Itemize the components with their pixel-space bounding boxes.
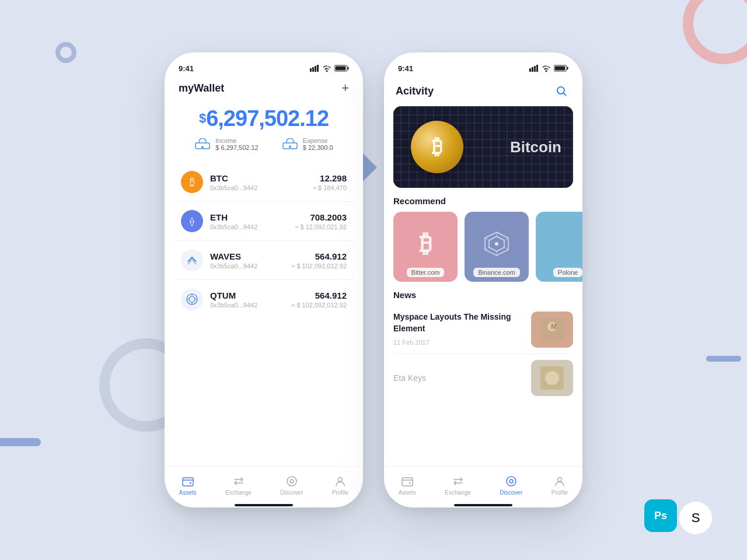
expense-stat: Expense $ 22,300.0 [282,137,333,151]
svg-rect-15 [183,478,193,486]
status-time-2: 9:41 [398,64,413,73]
list-item[interactable]: ₿ BTC 0x3b5ca0...9442 12.298 ≈ $ 184,470 [174,163,354,202]
svg-rect-23 [536,65,538,72]
waves-icon [181,249,203,271]
phone-wallet: 9:41 myWall [165,52,363,508]
ps-icon: Ps [644,499,677,532]
btc-values: 12.298 ≈ $ 184,470 [313,173,347,191]
list-item[interactable]: Eta Keys [393,354,573,402]
qtum-amount: 564.912 [291,290,347,300]
svg-line-36 [485,238,489,240]
nav-discover-2[interactable]: Discover [493,473,529,498]
profile-icon-1 [334,475,347,488]
news-thumb-1: M [531,312,573,348]
polone-label: Polone [553,268,582,277]
currency-symbol: $ [199,111,206,125]
btc-name: BTC [210,173,306,183]
bottom-nav-2: Assets Exchange [384,466,582,502]
nav-assets-label-1: Assets [179,489,197,496]
eth-addr: 0x3b5ca0...9442 [210,223,288,230]
list-item[interactable]: WAVES 0x3b5ca0...9442 564.912 ≈ $ 102,09… [174,241,354,280]
sketch-icon: S [679,502,712,534]
news-item2-info: Eta Keys [393,373,524,383]
bg-rect-2 [706,356,741,362]
list-item[interactable]: Myspace Layouts The Missing Element 11 F… [393,306,573,354]
balance-section: $6,297,502.12 Income $ [165,99,363,160]
news-section: Myspace Layouts The Missing Element 11 F… [384,306,582,466]
list-item[interactable]: ⟠ ETH 0x3b5ca0...9442 708.2003 ≈ $ 12,09… [174,202,354,241]
nav-profile-1[interactable]: Profile [325,473,355,498]
waves-values: 564.912 ≈ $ 102,092,012.92 [291,251,347,270]
waves-name: WAVES [210,251,284,261]
news-thumb-2 [531,360,573,396]
nav-assets-2[interactable]: Assets [392,473,423,498]
svg-rect-25 [567,67,568,70]
svg-line-35 [485,247,489,250]
svg-line-33 [504,247,508,250]
income-stat: Income $ 6,297,502.12 [194,137,258,151]
exchange-icon-1 [232,475,245,488]
battery-icon-1 [334,65,349,72]
waves-info: WAVES 0x3b5ca0...9442 [210,251,284,270]
nav-assets-label-2: Assets [399,489,416,496]
balance-number: 6,297,502.12 [206,106,329,131]
income-info: Income $ 6,297,502.12 [215,137,258,151]
btc-addr: 0x3b5ca0...9442 [210,184,306,191]
binance-recommend-icon [482,229,511,258]
activity-content: Acitvity ₿ Bitcoin Recommend ₿ [384,76,582,508]
qtum-usd: ≈ $ 102,092,012.92 [291,302,347,309]
status-icons-2 [529,65,568,72]
svg-point-19 [338,478,342,482]
nav-exchange-1[interactable]: Exchange [218,473,258,498]
svg-point-17 [287,477,296,486]
svg-rect-1 [312,67,314,72]
signal-icon-1 [310,65,319,72]
recommend-card-bitter[interactable]: ₿ Bitter.com [393,212,458,282]
waves-usd: ≈ $ 102,092,012.92 [291,262,347,270]
nav-profile-2[interactable]: Profile [544,473,575,498]
discover-icon-2 [505,475,518,488]
nav-exchange-2[interactable]: Exchange [438,473,477,498]
svg-point-43 [409,482,411,484]
featured-text: Bitcoin [510,138,561,156]
bitter-label: Bitter.com [407,268,445,277]
waves-addr: 0x3b5ca0...9442 [210,262,284,270]
activity-header: Acitvity [384,76,582,106]
svg-point-45 [509,480,513,483]
svg-rect-22 [534,66,536,72]
svg-point-41 [545,371,559,385]
search-button[interactable] [552,82,571,100]
news-item-title: Myspace Layouts The Missing Element [393,312,524,334]
svg-text:M: M [551,323,557,331]
eth-icon: ⟠ [181,210,203,232]
balance-amount: $6,297,502.12 [179,106,349,131]
recommend-card-binance[interactable]: Binance.com [465,212,529,282]
svg-point-10 [189,296,195,302]
discover-icon-1 [285,475,298,488]
wallet-header: myWallet + [165,76,363,99]
nav-discover-1[interactable]: Discover [273,473,310,498]
qtum-info: QTUM 0x3b5ca0...9442 [210,290,284,309]
btc-icon: ₿ [181,171,203,193]
news-title: News [384,290,582,306]
svg-point-30 [495,242,498,246]
nav-discover-label-1: Discover [280,489,303,496]
qtum-name: QTUM [210,290,284,300]
eth-info: ETH 0x3b5ca0...9442 [210,212,288,230]
list-item[interactable]: QTUM 0x3b5ca0...9442 564.912 ≈ $ 102,092… [174,280,354,318]
nav-assets-1[interactable]: Assets [172,473,204,498]
featured-banner[interactable]: ₿ Bitcoin [393,106,573,188]
status-time-1: 9:41 [179,64,194,73]
eth-name: ETH [210,212,288,222]
svg-rect-20 [529,68,531,72]
svg-rect-6 [336,66,346,71]
binance-label: Binance.com [473,268,520,277]
expense-info: Expense $ 22,300.0 [303,137,333,151]
income-label: Income [215,137,258,144]
qtum-addr: 0x3b5ca0...9442 [210,302,284,309]
status-bar-2: 9:41 [384,52,582,76]
recommend-card-polone[interactable]: Polone [536,212,582,282]
svg-line-32 [504,238,508,240]
add-button[interactable]: + [341,82,349,94]
svg-point-44 [507,477,516,486]
